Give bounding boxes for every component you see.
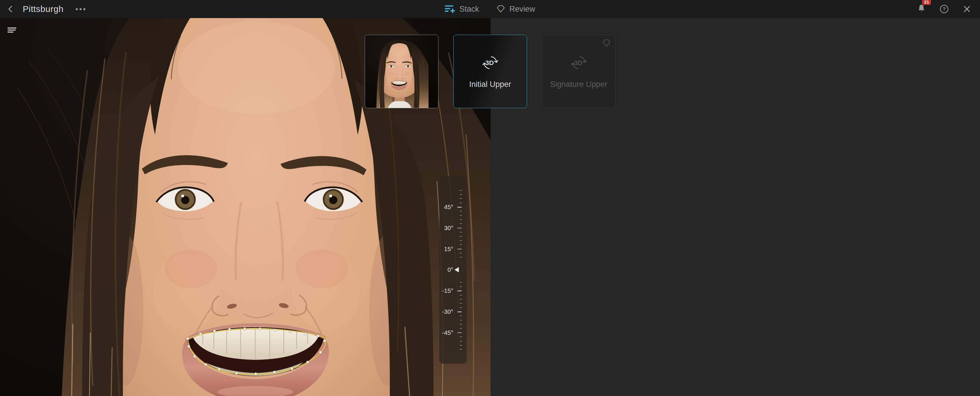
gauge-minor-tick: [460, 303, 462, 303]
gauge-label: 0°: [439, 266, 453, 274]
back-button[interactable]: [6, 4, 15, 14]
stack-label: Stack: [460, 5, 479, 14]
gauge-label: 30°: [439, 224, 453, 232]
rotate-3d-icon: 3D: [482, 54, 499, 71]
gauge-label: -45°: [439, 329, 453, 337]
gauge-indicator[interactable]: [455, 267, 459, 272]
topbar-right-group: 21 ?: [917, 3, 980, 14]
more-options-icon: [76, 8, 78, 10]
signature-upper-label: Signature Upper: [550, 80, 608, 89]
svg-text:?: ?: [943, 6, 946, 12]
signature-gem-icon: [602, 38, 611, 48]
thumbnail-patient-photo: [365, 35, 438, 108]
gauge-minor-tick: [460, 244, 462, 245]
initial-upper-card[interactable]: 3D Initial Upper: [453, 35, 527, 108]
gauge-label: 45°: [439, 203, 453, 211]
canvas-menu-button[interactable]: [8, 27, 16, 34]
gauge-major-tick: [457, 207, 462, 208]
angle-gauge[interactable]: 45°30°15°0°-15°-30°-45°: [439, 176, 467, 364]
gauge-minor-tick: [460, 286, 462, 287]
svg-text:3D: 3D: [485, 59, 493, 67]
review-button[interactable]: Review: [496, 4, 535, 14]
gauge-minor-tick: [460, 215, 462, 216]
gauge-minor-tick: [460, 203, 462, 203]
menu-hamburger-icon: [8, 27, 16, 29]
gauge-minor-tick: [460, 211, 462, 211]
gauge-minor-tick: [460, 320, 462, 321]
gauge-major-tick: [457, 291, 462, 291]
gauge-minor-tick: [460, 224, 462, 224]
close-icon: [963, 5, 971, 13]
topbar: Pittsburgh Stack: [0, 0, 980, 18]
gauge-minor-tick: [460, 324, 462, 324]
gauge-minor-tick: [460, 345, 462, 346]
review-gem-icon: [496, 4, 506, 14]
gauge-minor-tick: [460, 295, 462, 295]
gauge-minor-tick: [460, 253, 462, 254]
initial-upper-label: Initial Upper: [469, 80, 511, 89]
stack-button[interactable]: Stack: [445, 4, 479, 14]
review-label: Review: [509, 5, 535, 14]
gauge-label: 15°: [439, 245, 453, 253]
gauge-minor-tick: [460, 328, 462, 329]
close-button[interactable]: [963, 5, 971, 13]
rotate-3d-icon: 3D: [570, 54, 587, 71]
topbar-left-group: Pittsburgh: [0, 4, 87, 14]
gauge-minor-tick: [460, 282, 462, 283]
notifications-button[interactable]: 21: [917, 3, 926, 14]
gauge-minor-tick: [460, 349, 462, 350]
svg-text:3D: 3D: [574, 59, 582, 67]
topbar-center-group: Stack Review: [445, 0, 535, 18]
gauge-label: -15°: [439, 287, 453, 295]
app-window: Pittsburgh Stack: [0, 0, 980, 396]
gauge-minor-tick: [460, 236, 462, 237]
gauge-minor-tick: [460, 316, 462, 316]
stack-playlist-add-icon: [445, 4, 455, 14]
gauge-minor-tick: [460, 337, 462, 337]
notifications-bell-icon: [917, 3, 926, 13]
signature-upper-card[interactable]: 3D Signature Upper: [542, 35, 616, 108]
gauge-minor-tick: [460, 307, 462, 308]
case-title: Pittsburgh: [23, 4, 64, 14]
gauge-minor-tick: [460, 341, 462, 342]
more-options-button[interactable]: [74, 6, 87, 12]
gauge-label: -30°: [439, 308, 453, 316]
gauge-minor-tick: [460, 219, 462, 220]
gauge-major-tick: [457, 311, 462, 312]
gauge-minor-tick: [460, 299, 462, 300]
gauge-minor-tick: [460, 257, 462, 257]
gauge-minor-tick: [460, 190, 462, 191]
gauge-major-tick: [457, 228, 462, 228]
gauge-minor-tick: [460, 232, 462, 232]
notification-count-badge: 21: [922, 0, 931, 5]
thumbnail-photo-card[interactable]: [365, 35, 438, 108]
gauge-minor-tick: [460, 198, 462, 199]
gauge-minor-tick: [460, 240, 462, 241]
help-button[interactable]: ?: [939, 4, 949, 14]
gauge-minor-tick: [460, 194, 462, 195]
gauge-major-tick: [457, 332, 462, 333]
help-icon: ?: [939, 4, 949, 14]
back-chevron-icon: [7, 5, 15, 13]
gauge-major-tick: [457, 249, 462, 250]
